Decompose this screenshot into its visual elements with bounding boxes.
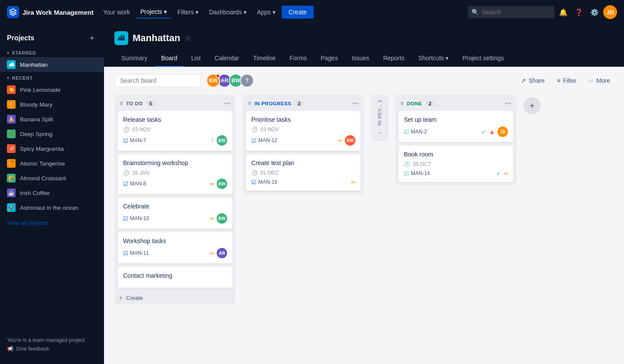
feedback-link[interactable]: 📢 Give feedback xyxy=(7,346,97,352)
project-title: Manhattan xyxy=(133,32,180,44)
card-avatar: BW xyxy=(345,135,355,146)
notifications-button[interactable]: 🔔 xyxy=(556,5,570,19)
more-button[interactable]: ··· More xyxy=(585,75,614,87)
tab-issues[interactable]: Issues xyxy=(345,50,376,67)
card-book-room[interactable]: Book room 🕐 05 OCT ☑ MAN-14 ✓ xyxy=(399,146,513,182)
tab-board[interactable]: Board xyxy=(154,50,184,67)
tab-project-settings[interactable]: Project settings xyxy=(455,50,511,67)
project-header: 🏙 Manhattan ☆ Summary Board List Calenda… xyxy=(104,24,624,67)
priority-medium-icon: ═ xyxy=(210,180,214,187)
tab-calendar[interactable]: Calendar xyxy=(208,50,246,67)
star-icon[interactable]: ☆ xyxy=(185,34,191,42)
sidebar-item-pink-lemonade[interactable]: 🍋 Pink Lemonade xyxy=(0,82,104,97)
priority-medium-icon: ═ xyxy=(338,137,342,144)
sidebar-item-manhattan[interactable]: 🏙 Manhattan xyxy=(0,57,104,72)
sidebar-item-atomic-tangerine[interactable]: 🍊 Atomic Tangerine xyxy=(0,156,104,171)
sidebar-item-irish-coffee[interactable]: ☕ Irish Coffee xyxy=(0,185,104,200)
column-todo-more-button[interactable]: ··· xyxy=(224,100,231,107)
create-button[interactable]: Create xyxy=(282,6,314,19)
recent-section[interactable]: ▾ RECENT xyxy=(0,72,104,82)
card-meta: 🕐 01 DEC xyxy=(251,170,355,176)
share-icon: ↗ xyxy=(521,77,526,84)
nav-dashboards[interactable]: Dashboards ▾ xyxy=(205,6,251,18)
add-card-button-todo[interactable]: ＋ Create xyxy=(114,291,236,304)
project-icon: 🥐 xyxy=(7,174,16,182)
tab-list[interactable]: List xyxy=(184,50,208,67)
card-title: Workshop tasks xyxy=(123,237,227,244)
ellipsis-icon: ··· xyxy=(588,77,594,84)
card-avatar: BW xyxy=(217,179,227,189)
filter-button[interactable]: ≡ Filter xyxy=(553,75,580,87)
column-done-more-button[interactable]: ··· xyxy=(505,100,511,107)
card-brainstorming-workshop[interactable]: Brainstorming workshop 🕐 26 JAN ☑ MAN-8 xyxy=(118,154,232,194)
tab-reports[interactable]: Reports xyxy=(376,50,411,67)
tab-timeline[interactable]: Timeline xyxy=(246,50,283,67)
sidebar-item-almond-croissant[interactable]: 🥐 Almond Croissant xyxy=(0,171,104,185)
card-prioritise-tasks[interactable]: Prioritise tasks 🕐 03 NOV ☑ MAN-12 ═ xyxy=(246,111,361,151)
card-date: 03 NOV xyxy=(260,127,279,133)
tab-summary[interactable]: Summary xyxy=(114,50,154,67)
app-logo[interactable]: Jira Work Management xyxy=(7,6,94,18)
tab-shortcuts[interactable]: Shortcuts ▾ xyxy=(411,50,455,67)
sidebar: Projects + ▾ STARRED 🏙 Manhattan ▾ RECEN… xyxy=(0,24,104,364)
card-tag: ☑ MAN-14 xyxy=(404,170,430,177)
column-todo-title: TO DO xyxy=(126,101,143,106)
column-inprogress-more-button[interactable]: ··· xyxy=(352,100,359,107)
column-done: ⠿ DONE 2 ··· Set up team ☑ MAN-2 xyxy=(395,94,517,185)
project-icon: 🍋 xyxy=(7,85,16,94)
top-navigation: Jira Work Management Your work Projects … xyxy=(0,0,624,24)
settings-button[interactable]: ⚙️ xyxy=(588,5,601,19)
card-release-tasks[interactable]: Release tasks 🕐 03 NOV ☑ MAN-7 ↑ xyxy=(118,111,232,151)
nav-apps[interactable]: Apps ▾ xyxy=(253,6,280,18)
project-title-row: 🏙 Manhattan ☆ xyxy=(114,31,614,45)
card-tag: ☑ MAN-10 xyxy=(123,215,149,222)
card-date: 05 OCT xyxy=(413,161,431,167)
card-tag: ☑ MAN-8 xyxy=(123,181,146,187)
column-done-cards: Set up team ☑ MAN-2 ✓ ▲ JD xyxy=(395,111,517,185)
tab-forms[interactable]: Forms xyxy=(283,50,314,67)
card-bottom: ☑ MAN-7 ↑ BW xyxy=(123,135,227,146)
card-celebrate[interactable]: Celebrate ☑ MAN-10 ═ BW xyxy=(118,198,232,229)
drag-handle-icon[interactable]: ⠿ xyxy=(120,101,123,106)
card-create-test-plan[interactable]: Create test plan 🕐 01 DEC ☑ MAN-16 ═ xyxy=(246,154,361,191)
card-workshop-tasks[interactable]: Workshop tasks ☑ MAN-11 ═ AR xyxy=(118,232,232,263)
share-button[interactable]: ↗ Share xyxy=(517,75,548,87)
view-all-projects-link[interactable]: View all projects xyxy=(0,217,104,229)
sidebar-header: Projects + xyxy=(0,31,104,47)
nav-filters[interactable]: Filters ▾ xyxy=(173,6,203,18)
card-set-up-team[interactable]: Set up team ☑ MAN-2 ✓ ▲ JD xyxy=(399,111,513,142)
user-avatar[interactable]: JD xyxy=(603,5,617,19)
card-contact-marketing[interactable]: Contact marketing xyxy=(118,267,232,288)
card-title: Release tasks xyxy=(123,116,227,123)
board-avatars: BW AR BW ? xyxy=(206,74,254,88)
sidebar-item-banana-split[interactable]: 🍌 Banana Split xyxy=(0,112,104,127)
chevron-down-icon: ▾ xyxy=(7,51,10,55)
nav-projects[interactable]: Projects ▾ xyxy=(136,6,172,19)
search-input[interactable] xyxy=(468,6,555,18)
priority-medium-icon: ═ xyxy=(210,215,214,222)
avatar-unknown[interactable]: ? xyxy=(240,74,254,88)
sidebar-item-deep-spring[interactable]: 🌿 Deep Spring xyxy=(0,127,104,141)
drag-handle-icon[interactable]: ⠿ xyxy=(248,101,251,106)
sidebar-item-astronaut-ocean[interactable]: 🚀 Astronaut in the ocean xyxy=(0,200,104,215)
checkbox-icon: ☑ xyxy=(251,137,257,144)
card-bottom: ☑ MAN-12 ═ BW xyxy=(251,135,355,146)
help-button[interactable]: ❓ xyxy=(572,5,586,19)
sidebar-item-spicy-marguerita[interactable]: 🌶 Spicy Marguerita xyxy=(0,141,104,156)
card-avatar: AR xyxy=(217,248,227,258)
tab-pages[interactable]: Pages xyxy=(314,50,345,67)
starred-section[interactable]: ▾ STARRED xyxy=(0,47,104,57)
board-search-input[interactable] xyxy=(114,74,201,87)
card-actions: ═ BW xyxy=(210,179,227,189)
nav-your-work[interactable]: Your work xyxy=(99,6,134,18)
add-column-button[interactable]: + xyxy=(523,97,541,114)
checkbox-icon: ☑ xyxy=(404,129,409,135)
sidebar-item-bloody-mary[interactable]: 🍹 Bloody Mary xyxy=(0,97,104,112)
add-project-button[interactable]: + xyxy=(87,33,97,43)
drag-handle-icon[interactable]: ⠿ xyxy=(400,101,403,106)
column-in-review[interactable]: IN REV... 1 ↔ xyxy=(371,94,388,141)
column-inreview-title: IN REV... 1 xyxy=(377,100,382,126)
avatar-bw-1[interactable]: BW xyxy=(206,74,220,88)
card-title: Book room xyxy=(404,151,508,158)
card-actions: ↑ BW xyxy=(211,135,227,146)
